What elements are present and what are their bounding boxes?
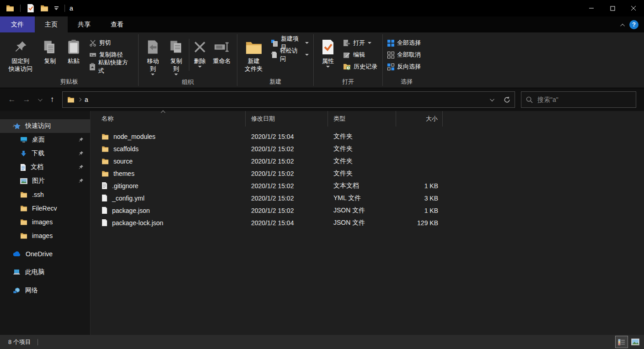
pin-icon [78, 178, 84, 184]
sidebar-item-network[interactable]: 网络 [0, 284, 90, 297]
column-header-type[interactable]: 类型 [328, 111, 396, 127]
file-row[interactable]: scaffolds 2020/1/2 15:02 文件夹 [91, 143, 644, 155]
text-file-icon [102, 182, 107, 189]
file-row[interactable]: package-lock.json 2020/1/2 15:04 JSON 文件… [91, 217, 644, 229]
ribbon-tabstrip: 文件 主页 共享 查看 ? [0, 16, 644, 32]
tab-home[interactable]: 主页 [35, 16, 68, 32]
file-row[interactable]: package.json 2020/1/2 15:02 JSON 文件 1 KB [91, 204, 644, 217]
copy-button[interactable]: 复制 [38, 34, 62, 66]
window-title: a [70, 5, 73, 12]
rename-button[interactable]: 重命名 [209, 34, 234, 66]
sidebar-item-documents[interactable]: 文档 [0, 160, 90, 174]
scissors-icon [89, 39, 97, 47]
file-row[interactable]: _config.yml 2020/1/2 15:02 YML 文件 3 KB [91, 192, 644, 204]
column-header-date[interactable]: 修改日期 [246, 111, 328, 127]
sidebar-item-images-1[interactable]: images [0, 215, 90, 229]
sidebar-item-quick-access[interactable]: 快速访问 [0, 119, 90, 133]
delete-button[interactable]: 删除 [190, 34, 209, 69]
history-button[interactable]: 历史记录 [343, 62, 377, 72]
explorer-folder-icon[interactable] [5, 3, 16, 14]
address-bar[interactable]: a [62, 91, 515, 108]
folder-icon [20, 233, 27, 239]
quick-access-star-icon [13, 122, 21, 130]
tab-share[interactable]: 共享 [68, 16, 101, 32]
forward-button[interactable]: → [20, 93, 33, 106]
tab-file[interactable]: 文件 [0, 16, 35, 32]
edit-button[interactable]: 编辑 [343, 50, 377, 60]
sidebar-item-images-2[interactable]: images [0, 229, 90, 243]
refresh-icon[interactable] [499, 92, 515, 107]
cut-button[interactable]: 剪切 [89, 38, 134, 48]
breadcrumb-segment[interactable]: a [85, 96, 88, 103]
select-none-button[interactable]: 全部取消 [387, 50, 421, 60]
large-icons-view-button[interactable] [629, 336, 641, 348]
pin-icon [78, 137, 84, 143]
qat-separator [64, 5, 65, 12]
tab-view[interactable]: 查看 [101, 16, 134, 32]
sort-ascending-icon [161, 111, 166, 115]
folder-icon [20, 205, 27, 212]
status-separator [38, 339, 38, 345]
qat-properties-icon[interactable] [25, 3, 36, 14]
easy-access-caret-icon [305, 54, 309, 56]
search-input[interactable] [537, 96, 631, 103]
item-count: 8 个项目 [8, 338, 31, 346]
move-to-button[interactable]: 移动到 [141, 34, 165, 76]
maximize-button[interactable] [602, 0, 623, 16]
paste-icon [68, 37, 80, 57]
qat-new-folder-icon[interactable] [39, 3, 50, 14]
minimize-button[interactable] [581, 0, 602, 16]
copy-to-icon [169, 37, 183, 57]
pin-icon [14, 37, 27, 57]
edit-icon [343, 51, 350, 58]
address-dropdown-chevron-icon[interactable] [483, 92, 499, 107]
pin-to-quick-access-button[interactable]: 固定到 快速访问 [3, 34, 38, 74]
column-header-size[interactable]: 大小 [396, 111, 443, 127]
search-icon [526, 96, 533, 103]
sidebar-item-filerecv[interactable]: FileRecv [0, 201, 90, 215]
help-icon[interactable]: ? [629, 20, 639, 29]
ribbon-group-open: 属性 打开 编辑 [314, 32, 382, 88]
folder-icon [102, 133, 109, 140]
file-row[interactable]: .gitignore 2020/1/2 15:02 文本文档 1 KB [91, 180, 644, 192]
easy-access-button[interactable]: 轻松访问 [271, 50, 309, 60]
recent-locations-chevron-icon[interactable] [35, 93, 44, 106]
new-folder-button[interactable]: 新建文件夹 [240, 34, 267, 74]
paste-button[interactable]: 粘贴 [62, 34, 86, 66]
file-explorer-window: a 文件 主页 共享 查看 ? [0, 0, 644, 349]
qat-customize-chevron-icon[interactable] [53, 3, 60, 14]
folder-icon [102, 158, 109, 164]
up-button[interactable]: ↑ [46, 93, 59, 106]
sidebar-item-this-pc[interactable]: 此电脑 [0, 265, 90, 279]
search-box[interactable] [521, 91, 636, 108]
move-to-caret-icon [151, 74, 155, 75]
ribbon-group-select: 全部选择 全部取消 反向选择 选择 [383, 32, 430, 88]
properties-button[interactable]: 属性 [317, 34, 339, 69]
file-row[interactable]: node_modules 2020/1/2 15:04 文件夹 [91, 130, 644, 143]
sidebar-item-desktop[interactable]: 桌面 [0, 133, 90, 147]
folder-icon [102, 170, 109, 177]
sidebar-item-pictures[interactable]: 图片 [0, 174, 90, 188]
document-icon [20, 164, 26, 171]
ribbon: 固定到 快速访问 复制 粘贴 [0, 32, 644, 88]
folder-icon [20, 219, 27, 225]
paste-shortcut-button[interactable]: 粘贴快捷方式 [89, 62, 134, 72]
sidebar-item-downloads[interactable]: 下载 [0, 147, 90, 160]
open-button[interactable]: 打开 [343, 38, 377, 48]
close-button[interactable] [623, 0, 644, 16]
sidebar-item-ssh[interactable]: .ssh [0, 188, 90, 201]
column-header-name[interactable]: 名称 [91, 111, 246, 127]
back-button[interactable]: ← [5, 93, 18, 106]
group-label-new: 新建 [237, 76, 313, 88]
select-all-icon [387, 40, 394, 47]
file-row[interactable]: source 2020/1/2 15:02 文件夹 [91, 155, 644, 167]
file-row[interactable]: themes 2020/1/2 15:02 文件夹 [91, 167, 644, 180]
collapse-ribbon-chevron-icon[interactable] [622, 21, 625, 29]
copy-to-button[interactable]: 复制到 [165, 34, 188, 76]
sidebar-item-onedrive[interactable]: OneDrive [0, 247, 90, 261]
select-all-button[interactable]: 全部选择 [387, 38, 421, 48]
invert-selection-button[interactable]: 反向选择 [387, 62, 421, 72]
navigation-bar: ← → ↑ a [0, 88, 644, 111]
details-view-button[interactable] [616, 336, 628, 348]
move-to-icon [146, 37, 159, 57]
